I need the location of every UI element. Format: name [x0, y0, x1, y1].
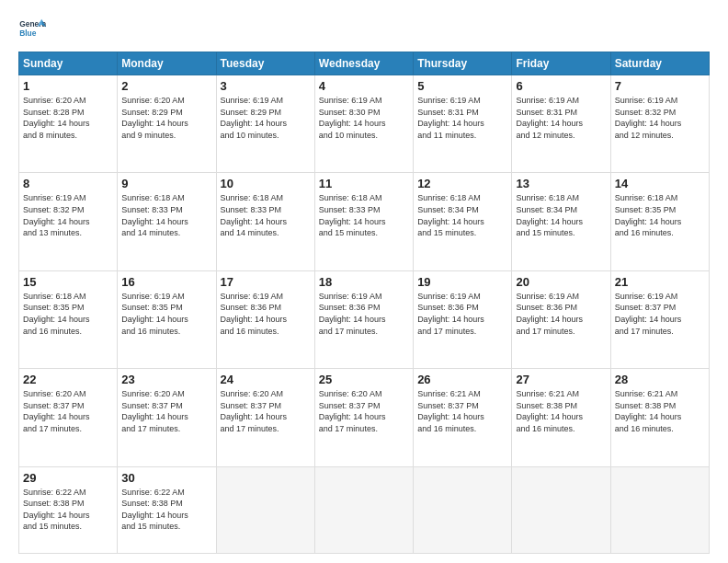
day-number: 6 [516, 79, 606, 93]
weekday-header: Saturday [610, 52, 709, 75]
weekday-header: Friday [512, 52, 610, 75]
calendar-cell: 22Sunrise: 6:20 AMSunset: 8:37 PMDayligh… [19, 369, 118, 466]
day-info: Sunrise: 6:18 AMSunset: 8:34 PMDaylight:… [516, 192, 606, 238]
day-info: Sunrise: 6:19 AMSunset: 8:31 PMDaylight:… [417, 95, 507, 141]
day-info: Sunrise: 6:19 AMSunset: 8:36 PMDaylight:… [221, 291, 311, 337]
day-number: 1 [23, 79, 113, 93]
day-number: 26 [417, 373, 507, 386]
calendar-cell: 21Sunrise: 6:19 AMSunset: 8:37 PMDayligh… [610, 270, 709, 368]
day-info: Sunrise: 6:20 AMSunset: 8:37 PMDaylight:… [221, 388, 311, 434]
weekday-header: Sunday [19, 52, 118, 75]
calendar-cell: 14Sunrise: 6:18 AMSunset: 8:35 PMDayligh… [610, 173, 709, 270]
calendar-cell [216, 466, 314, 554]
logo: General Blue [18, 15, 46, 42]
day-number: 12 [417, 177, 507, 190]
day-info: Sunrise: 6:18 AMSunset: 8:33 PMDaylight:… [121, 192, 211, 238]
calendar-cell: 12Sunrise: 6:18 AMSunset: 8:34 PMDayligh… [414, 173, 512, 270]
calendar-cell: 29Sunrise: 6:22 AMSunset: 8:38 PMDayligh… [19, 466, 118, 554]
calendar-cell: 1Sunrise: 6:20 AMSunset: 8:28 PMDaylight… [19, 75, 118, 173]
day-info: Sunrise: 6:19 AMSunset: 8:36 PMDaylight:… [516, 291, 606, 337]
day-info: Sunrise: 6:19 AMSunset: 8:31 PMDaylight:… [516, 95, 606, 141]
calendar-cell: 4Sunrise: 6:19 AMSunset: 8:30 PMDaylight… [314, 75, 413, 173]
calendar-cell: 30Sunrise: 6:22 AMSunset: 8:38 PMDayligh… [118, 466, 216, 554]
calendar-cell: 20Sunrise: 6:19 AMSunset: 8:36 PMDayligh… [512, 270, 610, 368]
calendar-cell: 3Sunrise: 6:19 AMSunset: 8:29 PMDaylight… [216, 75, 314, 173]
day-number: 28 [615, 373, 705, 386]
calendar-cell: 25Sunrise: 6:20 AMSunset: 8:37 PMDayligh… [314, 369, 413, 466]
day-number: 18 [319, 275, 409, 289]
calendar-cell: 13Sunrise: 6:18 AMSunset: 8:34 PMDayligh… [512, 173, 610, 270]
day-number: 11 [319, 177, 409, 190]
day-info: Sunrise: 6:22 AMSunset: 8:38 PMDaylight:… [121, 487, 211, 533]
page: General Blue SundayMondayTuesdayWednesda… [0, 0, 728, 563]
weekday-header: Thursday [414, 52, 512, 75]
day-info: Sunrise: 6:18 AMSunset: 8:33 PMDaylight:… [319, 192, 409, 238]
calendar-table: SundayMondayTuesdayWednesdayThursdayFrid… [18, 52, 710, 554]
calendar-cell [610, 466, 709, 554]
day-number: 23 [121, 373, 211, 386]
calendar-cell [314, 466, 413, 554]
calendar-cell: 7Sunrise: 6:19 AMSunset: 8:32 PMDaylight… [610, 75, 709, 173]
weekday-header: Monday [118, 52, 216, 75]
day-number: 29 [23, 471, 113, 485]
day-info: Sunrise: 6:18 AMSunset: 8:35 PMDaylight:… [615, 192, 705, 238]
day-number: 14 [615, 177, 705, 190]
calendar-cell: 27Sunrise: 6:21 AMSunset: 8:38 PMDayligh… [512, 369, 610, 466]
calendar-cell: 18Sunrise: 6:19 AMSunset: 8:36 PMDayligh… [314, 270, 413, 368]
day-info: Sunrise: 6:19 AMSunset: 8:36 PMDaylight:… [319, 291, 409, 337]
day-number: 7 [615, 79, 705, 93]
day-number: 3 [221, 79, 311, 93]
day-info: Sunrise: 6:21 AMSunset: 8:38 PMDaylight:… [516, 388, 606, 434]
day-info: Sunrise: 6:18 AMSunset: 8:34 PMDaylight:… [417, 192, 507, 238]
calendar-cell: 6Sunrise: 6:19 AMSunset: 8:31 PMDaylight… [512, 75, 610, 173]
calendar-cell: 19Sunrise: 6:19 AMSunset: 8:36 PMDayligh… [414, 270, 512, 368]
day-info: Sunrise: 6:21 AMSunset: 8:38 PMDaylight:… [615, 388, 705, 434]
day-number: 21 [615, 275, 705, 289]
calendar-cell: 5Sunrise: 6:19 AMSunset: 8:31 PMDaylight… [414, 75, 512, 173]
day-info: Sunrise: 6:22 AMSunset: 8:38 PMDaylight:… [23, 487, 113, 533]
day-number: 17 [221, 275, 311, 289]
day-info: Sunrise: 6:20 AMSunset: 8:28 PMDaylight:… [23, 95, 113, 141]
day-number: 27 [516, 373, 606, 386]
day-info: Sunrise: 6:19 AMSunset: 8:30 PMDaylight:… [319, 95, 409, 141]
day-number: 5 [417, 79, 507, 93]
calendar-cell: 28Sunrise: 6:21 AMSunset: 8:38 PMDayligh… [610, 369, 709, 466]
day-number: 13 [516, 177, 606, 190]
day-info: Sunrise: 6:19 AMSunset: 8:35 PMDaylight:… [121, 291, 211, 337]
calendar-cell: 24Sunrise: 6:20 AMSunset: 8:37 PMDayligh… [216, 369, 314, 466]
day-info: Sunrise: 6:20 AMSunset: 8:37 PMDaylight:… [121, 388, 211, 434]
calendar-cell: 23Sunrise: 6:20 AMSunset: 8:37 PMDayligh… [118, 369, 216, 466]
calendar-cell [414, 466, 512, 554]
calendar-cell: 8Sunrise: 6:19 AMSunset: 8:32 PMDaylight… [19, 173, 118, 270]
day-info: Sunrise: 6:20 AMSunset: 8:29 PMDaylight:… [121, 95, 211, 141]
day-number: 9 [121, 177, 211, 190]
calendar-cell: 15Sunrise: 6:18 AMSunset: 8:35 PMDayligh… [19, 270, 118, 368]
day-number: 20 [516, 275, 606, 289]
day-number: 15 [23, 275, 113, 289]
day-info: Sunrise: 6:19 AMSunset: 8:29 PMDaylight:… [221, 95, 311, 141]
day-info: Sunrise: 6:20 AMSunset: 8:37 PMDaylight:… [319, 388, 409, 434]
day-number: 2 [121, 79, 211, 93]
calendar-cell: 11Sunrise: 6:18 AMSunset: 8:33 PMDayligh… [314, 173, 413, 270]
day-info: Sunrise: 6:19 AMSunset: 8:32 PMDaylight:… [615, 95, 705, 141]
header: General Blue [18, 15, 710, 42]
day-info: Sunrise: 6:19 AMSunset: 8:36 PMDaylight:… [417, 291, 507, 337]
day-number: 22 [23, 373, 113, 386]
day-number: 4 [319, 79, 409, 93]
day-info: Sunrise: 6:19 AMSunset: 8:32 PMDaylight:… [23, 192, 113, 238]
calendar-cell: 10Sunrise: 6:18 AMSunset: 8:33 PMDayligh… [216, 173, 314, 270]
day-number: 8 [23, 177, 113, 190]
calendar-cell [512, 466, 610, 554]
svg-text:Blue: Blue [19, 29, 37, 38]
day-info: Sunrise: 6:18 AMSunset: 8:33 PMDaylight:… [221, 192, 311, 238]
calendar-cell: 17Sunrise: 6:19 AMSunset: 8:36 PMDayligh… [216, 270, 314, 368]
calendar-cell: 2Sunrise: 6:20 AMSunset: 8:29 PMDaylight… [118, 75, 216, 173]
calendar-cell: 26Sunrise: 6:21 AMSunset: 8:37 PMDayligh… [414, 369, 512, 466]
logo-icon: General Blue [18, 15, 46, 42]
day-number: 25 [319, 373, 409, 386]
day-number: 10 [221, 177, 311, 190]
day-info: Sunrise: 6:18 AMSunset: 8:35 PMDaylight:… [23, 291, 113, 337]
day-number: 19 [417, 275, 507, 289]
weekday-header: Wednesday [314, 52, 413, 75]
weekday-header: Tuesday [216, 52, 314, 75]
